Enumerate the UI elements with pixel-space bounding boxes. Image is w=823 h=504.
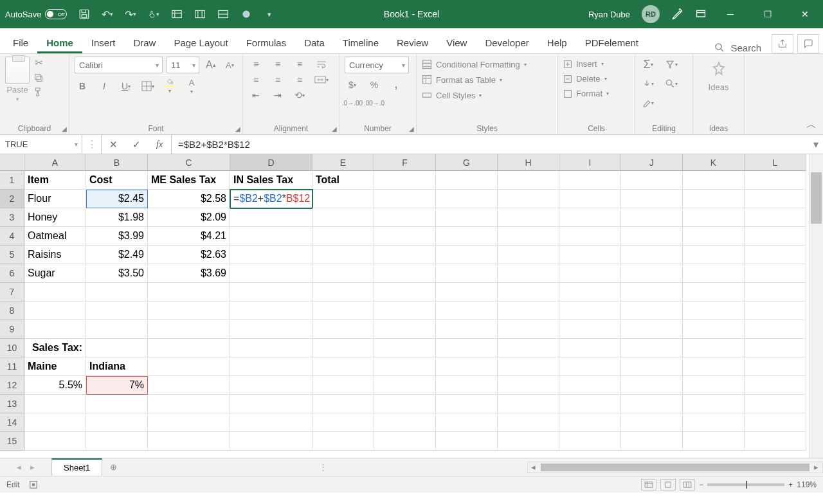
sheet-tab-sheet1[interactable]: Sheet1 (51, 458, 102, 476)
row-header-15[interactable]: 15 (0, 432, 24, 451)
find-select-icon[interactable]: ▾ (664, 76, 679, 91)
cell-c3[interactable]: $2.09 (148, 208, 230, 227)
cell-b2[interactable]: $2.45 (86, 190, 148, 208)
tab-formulas[interactable]: Formulas (237, 32, 296, 53)
undo-icon[interactable]: ↶▾ (102, 8, 113, 20)
zoom-out-button[interactable]: − (699, 480, 703, 489)
hscroll-right-icon[interactable]: ▸ (811, 462, 822, 472)
font-size-combo[interactable]: 11 (167, 57, 199, 73)
col-header-e[interactable]: E (312, 154, 374, 171)
cell-b5[interactable]: $2.49 (86, 246, 148, 264)
tab-pdfelement[interactable]: PDFelement (576, 32, 647, 53)
cell-b12[interactable]: 7% (86, 376, 148, 395)
col-header-g[interactable]: G (436, 154, 498, 171)
accounting-icon[interactable]: $▾ (345, 77, 360, 93)
save-icon[interactable] (78, 8, 90, 20)
row-header-5[interactable]: 5 (0, 246, 24, 264)
align-bottom-icon[interactable]: ≡ (292, 57, 307, 72)
tab-developer[interactable]: Developer (476, 32, 538, 53)
cell-c2[interactable]: $2.58 (148, 190, 230, 208)
underline-icon[interactable]: U▾ (118, 78, 134, 94)
cell-a12[interactable]: 5.5% (24, 376, 86, 395)
sheet-nav-prev-icon[interactable]: ◂ (17, 462, 21, 472)
vscroll-thumb[interactable] (811, 172, 822, 224)
cell-b11[interactable]: Indiana (86, 357, 148, 376)
insert-cells-button[interactable]: Insert▾ (563, 57, 629, 71)
font-launcher-icon[interactable]: ◢ (235, 125, 240, 132)
user-avatar[interactable]: RD (642, 5, 660, 23)
cell-a5[interactable]: Raisins (24, 246, 86, 264)
col-header-l[interactable]: L (745, 154, 806, 171)
autosave-control[interactable]: AutoSave Off (5, 9, 67, 19)
cell-a11[interactable]: Maine (24, 357, 86, 376)
redo-icon[interactable]: ↷▾ (125, 8, 136, 20)
cell-a2[interactable]: Flour (24, 190, 86, 208)
cell-c4[interactable]: $4.21 (148, 227, 230, 246)
row-header-2[interactable]: 2 (0, 190, 24, 208)
formula-bar-expand-icon[interactable]: ▾ (809, 135, 823, 154)
tab-timeline[interactable]: Timeline (334, 32, 388, 53)
borders-icon[interactable]: ▾ (140, 78, 156, 94)
qat-customize-icon[interactable]: ▾ (264, 8, 275, 20)
number-format-combo[interactable]: Currency (345, 57, 409, 73)
row-header-4[interactable]: 4 (0, 227, 24, 246)
tab-view[interactable]: View (437, 32, 476, 53)
decrease-indent-icon[interactable]: ⇤ (248, 87, 264, 103)
cell-b4[interactable]: $3.99 (86, 227, 148, 246)
col-header-d[interactable]: D (230, 154, 312, 171)
cell-c5[interactable]: $2.63 (148, 246, 230, 264)
paste-button[interactable]: Paste ▾ (5, 57, 30, 102)
tab-insert[interactable]: Insert (82, 32, 125, 53)
fill-icon[interactable]: ▾ (640, 76, 656, 91)
qat-icon-1[interactable] (171, 8, 183, 20)
row-header-13[interactable]: 13 (0, 395, 24, 413)
share-button[interactable] (772, 34, 793, 53)
cell-b6[interactable]: $3.50 (86, 264, 148, 283)
qat-icon-2[interactable] (194, 8, 206, 20)
ribbon-display-icon[interactable] (696, 9, 706, 19)
cell-b3[interactable]: $1.98 (86, 208, 148, 227)
ideas-button[interactable]: Ideas (709, 60, 729, 92)
close-button[interactable]: ✕ (792, 5, 818, 23)
decrease-decimal-icon[interactable]: .00→.0 (366, 95, 382, 111)
align-middle-icon[interactable]: ≡ (270, 57, 285, 72)
hscroll-left-icon[interactable]: ◂ (528, 462, 539, 472)
maximize-button[interactable]: ☐ (755, 5, 781, 23)
view-page-layout-button[interactable] (660, 479, 676, 491)
cell-e1[interactable]: Total (312, 171, 374, 190)
align-center-icon[interactable]: ≡ (270, 72, 285, 87)
select-all-corner[interactable] (0, 154, 24, 171)
add-sheet-button[interactable]: ⊕ (102, 458, 124, 476)
col-header-k[interactable]: K (683, 154, 745, 171)
cell-b1[interactable]: Cost (86, 171, 148, 190)
view-normal-button[interactable] (641, 479, 656, 491)
fill-color-icon[interactable]: ▾ (162, 78, 177, 94)
merge-center-icon[interactable]: ▾ (314, 72, 329, 87)
row-header-14[interactable]: 14 (0, 413, 24, 432)
tab-file[interactable]: File (4, 32, 37, 53)
cell-d1[interactable]: IN Sales Tax (230, 171, 312, 190)
col-header-b[interactable]: B (86, 154, 148, 171)
touch-mode-icon[interactable]: ▾ (148, 8, 159, 20)
align-top-icon[interactable]: ≡ (248, 57, 264, 72)
col-header-c[interactable]: C (148, 154, 230, 171)
name-box[interactable]: TRUE (0, 135, 82, 154)
row-header-1[interactable]: 1 (0, 171, 24, 190)
cut-icon[interactable]: ✂ (35, 57, 43, 69)
row-header-6[interactable]: 6 (0, 264, 24, 283)
italic-icon[interactable]: I (96, 78, 112, 94)
font-color-icon[interactable]: A▾ (184, 78, 199, 94)
col-header-i[interactable]: I (559, 154, 621, 171)
increase-font-icon[interactable]: A▴ (203, 57, 218, 73)
decrease-font-icon[interactable]: A▾ (222, 57, 237, 73)
row-header-11[interactable]: 11 (0, 357, 24, 376)
format-cells-button[interactable]: Format▾ (563, 86, 629, 101)
hscroll-handle-icon[interactable]: ⋮ (319, 462, 327, 472)
percent-icon[interactable]: % (366, 77, 382, 93)
cell-d2-editing[interactable]: =$B2+$B2*B$12 (230, 190, 312, 208)
comma-icon[interactable]: , (388, 77, 404, 93)
col-header-a[interactable]: A (24, 154, 86, 171)
copy-icon[interactable] (33, 73, 44, 83)
tab-data[interactable]: Data (295, 32, 334, 53)
formula-input[interactable]: =$B2+$B2*B$12 (172, 135, 809, 154)
